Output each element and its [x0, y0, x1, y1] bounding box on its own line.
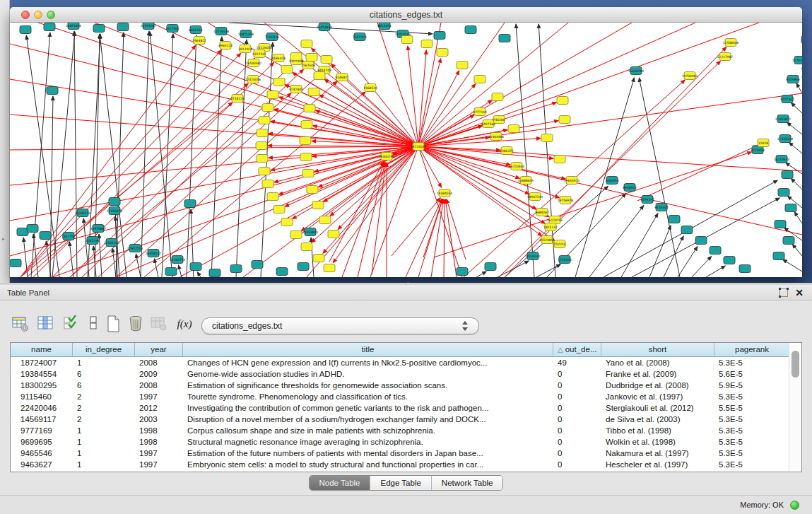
graph-node[interactable]: 8813054: [377, 23, 392, 30]
graph-node[interactable]: [20, 26, 31, 34]
graph-node[interactable]: [434, 32, 445, 40]
graph-node[interactable]: 16543382: [246, 59, 262, 67]
column-header-out_de[interactable]: △out_de...: [553, 343, 601, 356]
graph-node[interactable]: 14136141: [525, 252, 541, 260]
graph-node[interactable]: 16958107: [146, 250, 162, 257]
graph-node[interactable]: 15751074: [792, 57, 802, 64]
tab-edge-table[interactable]: Edge Table: [370, 476, 431, 490]
network-canvas[interactable]: 2089140610553287152790264661611071913816…: [10, 23, 802, 277]
graph-node[interactable]: [257, 155, 268, 163]
graph-node[interactable]: [259, 168, 270, 175]
graph-node[interactable]: [421, 40, 433, 48]
graph-node[interactable]: 7515526: [265, 33, 279, 41]
table-row[interactable]: 1938455462009Genome-wide association stu…: [11, 368, 789, 380]
graph-node[interactable]: 16648784: [628, 67, 645, 75]
single-column-button[interactable]: [85, 315, 103, 333]
graph-node[interactable]: 19734983: [682, 72, 698, 80]
graph-node[interactable]: [281, 218, 293, 226]
graph-node[interactable]: [485, 263, 496, 271]
table-row[interactable]: 977716911998Corpus callosum shape and si…: [11, 425, 789, 436]
select-columns-button[interactable]: [62, 315, 81, 333]
graph-node[interactable]: 746266: [493, 116, 505, 124]
graph-node[interactable]: 1815132: [543, 223, 558, 231]
graph-node[interactable]: 16053839: [317, 23, 333, 31]
graph-node[interactable]: [117, 23, 129, 31]
graph-node[interactable]: 1245194: [86, 237, 100, 245]
graph-node[interactable]: [93, 25, 105, 33]
graph-node[interactable]: [778, 189, 789, 197]
graph-node[interactable]: 6479197: [640, 196, 654, 204]
graph-node[interactable]: 9227342: [780, 95, 794, 103]
graph-node[interactable]: 252254: [554, 240, 566, 248]
graph-node[interactable]: [304, 105, 315, 112]
graph-node[interactable]: 8938923: [623, 184, 637, 192]
graph-node[interactable]: 18907249: [527, 193, 543, 201]
graph-node[interactable]: 9242845: [289, 86, 303, 93]
graph-node[interactable]: [259, 117, 270, 124]
graph-node[interactable]: 7357224: [353, 33, 367, 41]
graph-node[interactable]: 19756928: [558, 197, 574, 204]
graph-node[interactable]: [457, 62, 468, 69]
graph-node[interactable]: [300, 153, 312, 161]
graph-node[interactable]: 19654923: [564, 177, 580, 185]
graph-node[interactable]: 9327505: [252, 50, 266, 58]
graph-node[interactable]: [109, 198, 120, 206]
float-panel-icon[interactable]: [779, 288, 788, 297]
column-header-title[interactable]: title: [183, 343, 553, 356]
graph-node[interactable]: [554, 156, 565, 163]
graph-node[interactable]: 9146821: [335, 74, 349, 81]
graph-node[interactable]: 20206576: [75, 209, 91, 217]
graph-node[interactable]: 2567608: [301, 62, 315, 69]
graph-node[interactable]: [312, 201, 324, 209]
graph-node[interactable]: [301, 121, 312, 129]
table-row[interactable]: 946362711997Embryonic stem cells: a mode…: [11, 459, 789, 470]
graph-node[interactable]: [230, 265, 242, 273]
graph-node[interactable]: 1640954: [605, 177, 619, 185]
graph-node[interactable]: [273, 206, 285, 214]
column-header-in_degree[interactable]: in_degree: [73, 343, 135, 356]
table-row[interactable]: 1830029562008Estimation of significance …: [11, 380, 789, 391]
graph-node[interactable]: 7386372: [500, 147, 514, 155]
graph-node[interactable]: 9684067: [535, 209, 549, 216]
table-row[interactable]: 1456911722003Disruption of a novel membe…: [11, 414, 789, 425]
graph-node[interactable]: [541, 134, 553, 142]
graph-node[interactable]: 12217987: [717, 53, 734, 61]
graph-node[interactable]: [262, 104, 273, 112]
new-table-button[interactable]: [105, 315, 123, 333]
graph-node[interactable]: [319, 216, 331, 224]
graph-node[interactable]: [44, 23, 55, 31]
graph-node[interactable]: [290, 231, 302, 239]
graph-node[interactable]: 9474444: [654, 204, 669, 211]
graph-node[interactable]: [801, 36, 802, 44]
function-builder-button[interactable]: f(x): [174, 315, 195, 333]
tab-network-table[interactable]: Network Table: [432, 476, 503, 490]
graph-node[interactable]: 18724007: [411, 143, 427, 151]
graph-node[interactable]: [27, 225, 38, 233]
graph-node[interactable]: [710, 247, 721, 255]
graph-node[interactable]: [465, 26, 476, 34]
graph-node[interactable]: [559, 116, 570, 124]
graph-node[interactable]: 3215958: [751, 146, 765, 154]
graph-node[interactable]: 20891406: [66, 23, 82, 30]
graph-node[interactable]: 16871358: [238, 30, 254, 38]
graph-node[interactable]: [306, 54, 317, 62]
graph-node[interactable]: 22420046: [245, 76, 261, 83]
graph-node[interactable]: [184, 200, 196, 208]
graph-node[interactable]: [209, 269, 220, 277]
graph-node[interactable]: [695, 237, 707, 245]
graph-node[interactable]: [300, 137, 311, 145]
graph-node[interactable]: 1342757: [61, 233, 76, 240]
graph-node[interactable]: 12444158: [777, 135, 794, 143]
graph-node[interactable]: 1733426: [558, 256, 572, 264]
graph-node[interactable]: [775, 221, 786, 228]
table-row[interactable]: 2242004622012Investigating the contribut…: [11, 402, 789, 414]
graph-node[interactable]: 17957253: [127, 245, 143, 252]
graph-node[interactable]: 20053840: [302, 228, 319, 236]
graph-node[interactable]: [783, 237, 794, 245]
graph-node[interactable]: 10553287: [141, 23, 157, 30]
graph-node[interactable]: 16782753: [170, 256, 186, 264]
graph-node[interactable]: 7463822: [192, 37, 206, 45]
graph-node[interactable]: [165, 268, 177, 276]
column-header-year[interactable]: year: [135, 343, 183, 356]
graph-node[interactable]: [47, 87, 58, 95]
